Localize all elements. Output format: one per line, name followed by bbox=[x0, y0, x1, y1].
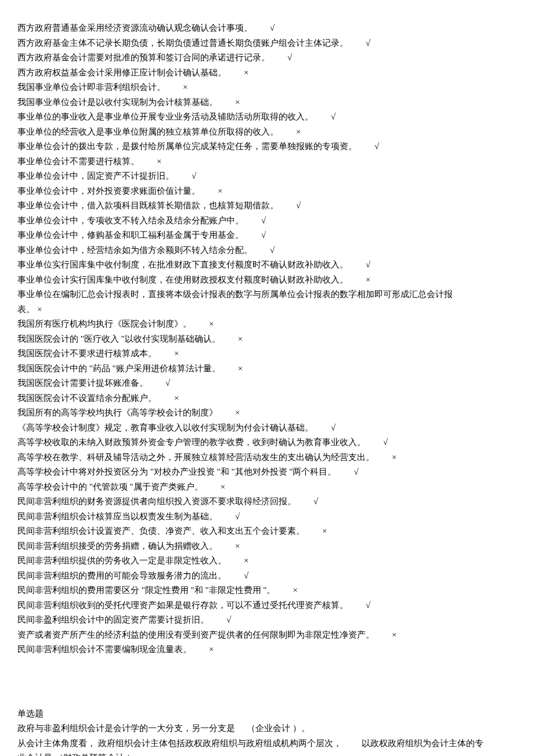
answer-mark: × bbox=[238, 361, 243, 377]
statement-text: 民间非营利组织提供的劳务收入一定是非限定性收入。 bbox=[17, 556, 226, 565]
tf-line: 民间非营利组织提供的劳务收入一定是非限定性收入。× bbox=[17, 554, 517, 569]
answer-mark: × bbox=[244, 554, 248, 569]
tf-line: 事业单位会计中，经营结余如为借方余额则不转入结余分配。√ bbox=[17, 243, 517, 258]
tf-line: 事业单位会计的拨出专款，是拨付给所属单位完成某特定任务，需要单独报账的专项资。√ bbox=[17, 139, 517, 154]
statement-text: 西方政府普通基金采用经济资源流动确认观念确认会计事项。 bbox=[17, 23, 252, 32]
tf-line: 民间非营利组织会计不需要编制现金流量表。× bbox=[17, 642, 517, 657]
statement-text: 我国事业单位会计是以收付实现制为会计核算基础。 bbox=[17, 97, 218, 107]
statement-text: 民间非营利组织会计设置资产、负债、净资产、收入和支出五个会计要素。 bbox=[17, 526, 305, 536]
answer-mark: √ bbox=[331, 421, 335, 436]
answer-mark: × bbox=[293, 583, 298, 598]
tf-line: 民间非营利组织的费用的可能会导致服务潜力的流出。√ bbox=[17, 569, 517, 584]
true-false-block-2: 我国所有医疗机构均执行《医院会计制度》。×我国医院会计的 "医疗收入 "以收付实… bbox=[17, 317, 517, 657]
statement-text: 资产或者资产所产生的经济利益的使用没有受到资产提供者的任何限制即为非限定性净资产… bbox=[17, 630, 374, 639]
question-text: 业会计是 bbox=[17, 753, 52, 756]
tf-line: 高等学校收取的未纳入财政预算外资金专户管理的教学收费，收到时确认为教育事业收入。… bbox=[17, 435, 517, 450]
tf-line: 民间非营利组织收到的受托代理资产如果是银行存款，可以不通过受托代理资产核算。√ bbox=[17, 598, 517, 613]
answer-mark: √ bbox=[366, 598, 370, 613]
answer-mark: × bbox=[392, 628, 396, 643]
statement-text: 西方政府基金会计需要对批准的预算和签订合同的承诺进行记录。 bbox=[17, 53, 270, 62]
statement-text: 高等学校会计中的 "代管款项 "属于资产类账户。 bbox=[17, 482, 203, 491]
statement-text: 民间非营利组织的费用的可能会导致服务潜力的流出。 bbox=[17, 571, 226, 580]
tf-line: 我国医院会计不设置结余分配账户。× bbox=[17, 391, 517, 406]
statement-text: 民间非营利组织收到的受托代理资产如果是银行存款，可以不通过受托代理资产核算。 bbox=[17, 601, 348, 610]
answer-mark: × bbox=[174, 346, 179, 361]
mc-line: 从会计主体角度看， 政府组织会计主体包括政权政府组织与政府组成机构两个层次， 以… bbox=[17, 736, 517, 751]
tf-line: 我国事业单位会计即非营利组织会计。× bbox=[17, 80, 517, 95]
tf-line: 民间非营利组织的费用需要区分 "限定性费用 "和 "非限定性费用 "。× bbox=[17, 583, 517, 598]
answer-mark: √ bbox=[366, 36, 370, 51]
statement-text: 事业单位的经营收入是事业单位附属的独立核算单位所取得的收入。 bbox=[17, 127, 279, 136]
statement-text: 我国医院会计的 "医疗收入 "以收付实现制基础确认。 bbox=[17, 334, 221, 343]
statement-text: 《高等学校会计制度》规定，教育事业收入以收付实现制为付会计确认基础。 bbox=[17, 423, 313, 432]
statement-text: 事业单位会计中，对外投资要求账面价值计量。 bbox=[17, 186, 200, 196]
statement-text: 事业单位会计不需要进行核算。 bbox=[17, 157, 139, 166]
answer-mark: × bbox=[235, 95, 240, 110]
tf-wrap-line2: 表。× bbox=[17, 302, 517, 317]
tf-line: 西方政府权益基金会计采用修正应计制会计确认基础。× bbox=[17, 66, 517, 81]
answer-mark: × bbox=[238, 332, 243, 347]
tf-line: 民间非营利组织会计设置资产、负债、净资产、收入和支出五个会计要素。× bbox=[17, 524, 517, 539]
statement-text: 事业单位会计中，专项收支不转入结余及结余分配账户中。 bbox=[17, 216, 244, 225]
tf-line: 我国所有医疗机构均执行《医院会计制度》。× bbox=[17, 317, 517, 332]
answer-mark: × bbox=[174, 391, 179, 406]
answer-mark: × bbox=[392, 450, 396, 465]
statement-text: 事业单位会计中，经营结余如为借方余额则不转入结余分配。 bbox=[17, 245, 252, 255]
question-text-tail: 以政权政府组织为会计主体的专 bbox=[362, 739, 484, 748]
answer-mark: √ bbox=[383, 435, 388, 450]
answer-mark: √ bbox=[235, 509, 240, 525]
tf-wrap-line1: 事业单位在编制汇总会计报表时，直接将本级会计报表的数字与所属单位会计报表的数字相… bbox=[17, 287, 517, 302]
answer-mark: × bbox=[209, 642, 214, 657]
answer-mark: × bbox=[209, 317, 214, 332]
statement-text: 民间非营利组织的费用需要区分 "限定性费用 "和 "非限定性费用 "。 bbox=[17, 585, 276, 595]
answer-mark: √ bbox=[354, 465, 359, 480]
answer-mark: × bbox=[235, 539, 240, 554]
tf-line: 我国事业单位会计是以收付实现制为会计核算基础。× bbox=[17, 95, 517, 110]
tf-line: 民间非营利组织接受的劳务捐赠，确认为捐赠收入。× bbox=[17, 539, 517, 554]
statement-text: 民间非盈利组织会计中的固定资产需要计提折旧。 bbox=[17, 615, 209, 624]
tf-line: 《高等学校会计制度》规定，教育事业收入以收付实现制为付会计确认基础。√ bbox=[17, 421, 517, 436]
tf-line: 高等学校会计中将对外投资区分为 "对校办产业投资 "和 "其他对外投资 "两个科… bbox=[17, 465, 517, 480]
statement-text: 高等学校收取的未纳入财政预算外资金专户管理的教学收费，收到时确认为教育事业收入。 bbox=[17, 437, 366, 447]
statement-text: 民间非营利组织的财务资源提供者向组织投入资源不要求取得经济回报。 bbox=[17, 497, 296, 506]
tf-line: 事业单位会计中，固定资产不计提折旧。√ bbox=[17, 169, 517, 184]
statement-text: 高等学校会计中将对外投资区分为 "对校办产业投资 "和 "其他对外投资 "两个科… bbox=[17, 467, 337, 476]
true-false-block-1: 西方政府普通基金采用经济资源流动确认观念确认会计事项。√西方政府基金主体不记录长… bbox=[17, 21, 517, 287]
statement-text: 西方政府权益基金会计采用修正应计制会计确认基础。 bbox=[17, 68, 226, 77]
statement-text: 事业单位在编制汇总会计报表时，直接将本级会计报表的数字与所属单位会计报表的数字相… bbox=[17, 290, 453, 299]
tf-line: 事业单位会计中，修购基金和职工福利基金属于专用基金。√ bbox=[17, 228, 517, 243]
answer-mark: √ bbox=[313, 494, 318, 509]
statement-text: 我国所有的高等学校均执行《高等学校会计的制度》 bbox=[17, 408, 218, 417]
statement-text: 表。 bbox=[17, 305, 35, 314]
answer-mark: √ bbox=[261, 228, 266, 243]
tf-line: 民间非营利组织会计核算应当以权责发生制为基础。√ bbox=[17, 509, 517, 525]
section-gap bbox=[17, 657, 517, 707]
statement-text: 我国医院会计不设置结余分配账户。 bbox=[17, 393, 157, 403]
answer-mark: √ bbox=[287, 50, 292, 66]
answer-mark: √ bbox=[261, 214, 266, 229]
tf-line: 我国医院会计需要计提坏账准备。√ bbox=[17, 376, 517, 391]
statement-text: 我国医院会计不要求进行核算成本。 bbox=[17, 349, 157, 358]
answer-mark: √ bbox=[296, 198, 301, 214]
tf-line: 事业单位会计实行国库集中收付制度，在使用财政授权支付额度时确认财政补助收入。× bbox=[17, 273, 517, 288]
tf-line: 事业单位实行国库集中收付制度，在批准财政下直接支付额度时不确认财政补助收入。√ bbox=[17, 258, 517, 273]
tf-line: 事业单位的经营收入是事业单位附属的独立核算单位所取得的收入。× bbox=[17, 125, 517, 140]
statement-text: 事业单位会计中，借入款项科目既核算长期借款，也核算短期借款。 bbox=[17, 201, 279, 210]
answer-mark: √ bbox=[165, 376, 170, 391]
tf-line: 事业单位会计中，专项收支不转入结余及结余分配账户中。√ bbox=[17, 214, 517, 229]
statement-text: 事业单位实行国库集中收付制度，在批准财政下直接支付额度时不确认财政补助收入。 bbox=[17, 260, 348, 269]
statement-text: 事业单位的事业收入是事业单位开展专业业务活动及辅助活动所取得的收入。 bbox=[17, 112, 313, 121]
answer-mark: √ bbox=[226, 613, 231, 628]
tf-line: 我国医院会计中的 "药品 "账户采用进价核算法计量。× bbox=[17, 361, 517, 377]
answer-mark: √ bbox=[374, 139, 379, 154]
mc-line: 政府与非盈利组织会计是会计学的一大分支，另一分支是（企业会计 ）。 bbox=[17, 721, 517, 736]
tf-line: 高等学校会计中的 "代管款项 "属于资产类账户。× bbox=[17, 480, 517, 495]
tf-line: 我国医院会计不要求进行核算成本。× bbox=[17, 346, 517, 361]
statement-text: 高等学校在教学、科研及辅导活动之外，开展独立核算经营活动发生的支出确认为经营支出… bbox=[17, 453, 374, 462]
answer-mark: √ bbox=[366, 258, 370, 273]
statement-text: 西方政府基金主体不记录长期负债，长期负债通过普通长期负债账户组会计主体记录。 bbox=[17, 38, 348, 48]
statement-text: 我国所有医疗机构均执行《医院会计制度》。 bbox=[17, 319, 192, 328]
answer-mark: × bbox=[235, 406, 240, 421]
tf-line: 事业单位会计中，对外投资要求账面价值计量。× bbox=[17, 184, 517, 199]
statement-text: 我国事业单位会计即非营利组织会计。 bbox=[17, 82, 165, 92]
